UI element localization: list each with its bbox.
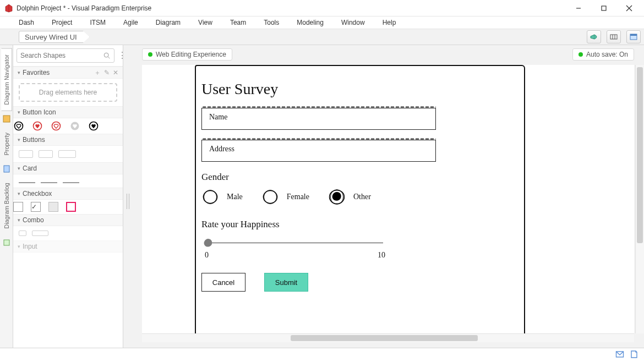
category-head-card[interactable]: ▾Card xyxy=(13,162,123,174)
window-maximize-button[interactable] xyxy=(591,0,616,17)
search-input[interactable] xyxy=(20,52,103,59)
mail-icon[interactable] xyxy=(615,350,624,360)
heart-red-outline-icon[interactable] xyxy=(32,120,43,131)
checkbox-highlight[interactable] xyxy=(66,202,76,212)
breadcrumb-label: Survey Wired UI xyxy=(25,33,77,41)
svg-point-24 xyxy=(330,190,343,205)
rail-tab-diagram-navigator[interactable]: Diagram Navigator xyxy=(1,48,12,111)
favorites-dropzone[interactable]: Drag elements here xyxy=(19,83,117,102)
scrollbar-thumb[interactable] xyxy=(291,335,478,341)
card-shape-1[interactable] xyxy=(19,182,35,183)
rail-tab-diagram-backlog[interactable]: Diagram Backlog xyxy=(1,177,12,235)
breadcrumb[interactable]: Survey Wired UI xyxy=(19,31,90,43)
menu-itsm[interactable]: ITSM xyxy=(83,18,112,28)
chevron-down-icon: ▾ xyxy=(18,137,20,142)
menu-modeling[interactable]: Modeling xyxy=(290,18,330,28)
chevron-down-icon: ▾ xyxy=(18,109,20,115)
gender-label[interactable]: Gender xyxy=(201,172,513,183)
heart-filled-icon[interactable] xyxy=(88,120,99,131)
pencil-icon[interactable]: ✎ xyxy=(104,69,110,76)
radio-female[interactable]: Female xyxy=(261,188,309,206)
svg-point-16 xyxy=(52,122,61,130)
palette-category-input: ▾Input xyxy=(13,240,123,253)
rail-tab-property[interactable]: Property xyxy=(1,127,12,162)
category-label: Checkbox xyxy=(23,190,52,198)
menu-window[interactable]: Window xyxy=(335,18,372,28)
svg-rect-8 xyxy=(630,34,637,36)
heart-red-icon[interactable] xyxy=(51,120,62,131)
category-head-checkbox[interactable]: ▾Checkbox xyxy=(13,188,123,200)
plus-icon[interactable]: ＋ xyxy=(94,69,101,76)
survey-title[interactable]: User Survey xyxy=(201,80,513,98)
cancel-button[interactable]: Cancel xyxy=(201,273,245,292)
button-shape-small[interactable] xyxy=(19,150,33,158)
checkbox-filled[interactable] xyxy=(48,202,58,212)
submit-button[interactable]: Submit xyxy=(264,273,308,292)
category-head-button-icon[interactable]: ▾Button Icon xyxy=(13,106,123,118)
wireframe-frame[interactable]: User Survey Name Address Gender Male xyxy=(195,65,525,342)
rail-icon-property xyxy=(2,164,11,173)
button-shape-medium[interactable] xyxy=(39,150,53,158)
category-head-buttons[interactable]: ▾Buttons xyxy=(13,134,123,146)
vertical-scrollbar[interactable] xyxy=(635,65,644,333)
window-minimize-button[interactable] xyxy=(566,0,591,17)
svg-point-12 xyxy=(104,53,108,57)
panel-splitter[interactable] xyxy=(123,45,134,348)
palette-search-box[interactable] xyxy=(17,48,114,63)
svg-line-13 xyxy=(108,57,110,59)
canvas-viewport[interactable]: User Survey Name Address Gender Male xyxy=(142,65,634,342)
card-shape-3[interactable] xyxy=(63,182,79,183)
checkbox-checked[interactable] xyxy=(31,202,41,212)
menu-agile[interactable]: Agile xyxy=(117,18,145,28)
tool-panel-icon[interactable] xyxy=(626,30,641,43)
status-autosave[interactable]: Auto save: On xyxy=(572,48,634,61)
menu-help[interactable]: Help xyxy=(376,18,403,28)
heart-outline-icon[interactable] xyxy=(13,120,24,131)
scrollbar-thumb[interactable] xyxy=(637,67,643,243)
close-icon[interactable]: ✕ xyxy=(113,69,118,76)
canvas-page[interactable]: User Survey Name Address Gender Male xyxy=(142,65,634,342)
field-label: Address xyxy=(209,145,234,153)
svg-point-14 xyxy=(15,122,23,130)
chevron-down-icon: ▾ xyxy=(18,244,20,249)
status-web-editing[interactable]: Web Editing Experience xyxy=(142,48,232,61)
rail-icon-navigator xyxy=(2,114,11,123)
horizontal-scrollbar[interactable] xyxy=(142,333,634,342)
happiness-slider[interactable] xyxy=(201,237,389,250)
category-label: Buttons xyxy=(23,136,45,144)
heart-grey-icon[interactable] xyxy=(69,120,80,131)
survey-address-field[interactable]: Address xyxy=(201,140,433,162)
checkbox-outline[interactable] xyxy=(13,202,23,212)
palette-category-buttons: ▾Buttons xyxy=(13,134,123,162)
radio-male[interactable]: Male xyxy=(201,188,243,206)
main-area: Diagram Navigator Property Diagram Backl… xyxy=(0,45,644,348)
combo-shape[interactable] xyxy=(19,231,26,236)
rail-icon-backlog xyxy=(2,238,11,247)
menu-tools[interactable]: Tools xyxy=(257,18,286,28)
chevron-down-icon: ▾ xyxy=(18,166,20,171)
slider-label[interactable]: Rate your Happiness xyxy=(201,219,513,230)
window-close-button[interactable] xyxy=(616,0,642,17)
menu-team[interactable]: Team xyxy=(223,18,253,28)
statusbar xyxy=(0,348,644,362)
menu-project[interactable]: Project xyxy=(45,18,79,28)
radio-other[interactable]: Other xyxy=(328,188,371,206)
category-label: Input xyxy=(23,243,37,250)
slider-thumb-icon[interactable] xyxy=(203,238,214,249)
titlebar: Dolphin Project * - Visual Paradigm Ente… xyxy=(0,0,644,17)
category-head-favorites[interactable]: ▾ Favorites ＋✎✕ xyxy=(13,67,123,79)
combo-shape-2[interactable] xyxy=(32,231,48,236)
menu-dash[interactable]: Dash xyxy=(12,18,41,28)
tool-announcement-icon[interactable] xyxy=(587,30,601,43)
category-head-input[interactable]: ▾Input xyxy=(13,240,123,253)
tool-layout-icon[interactable] xyxy=(607,30,621,43)
survey-name-field[interactable]: Name xyxy=(201,108,433,130)
button-shape-large[interactable] xyxy=(58,150,76,158)
menu-view[interactable]: View xyxy=(192,18,219,28)
menu-diagram[interactable]: Diagram xyxy=(149,18,187,28)
status-dot-icon xyxy=(578,52,583,57)
category-head-combo[interactable]: ▾Combo xyxy=(13,214,123,226)
card-shape-2[interactable] xyxy=(41,182,57,183)
palette-search-row: ⋮ xyxy=(13,45,123,67)
note-icon[interactable] xyxy=(630,350,638,360)
